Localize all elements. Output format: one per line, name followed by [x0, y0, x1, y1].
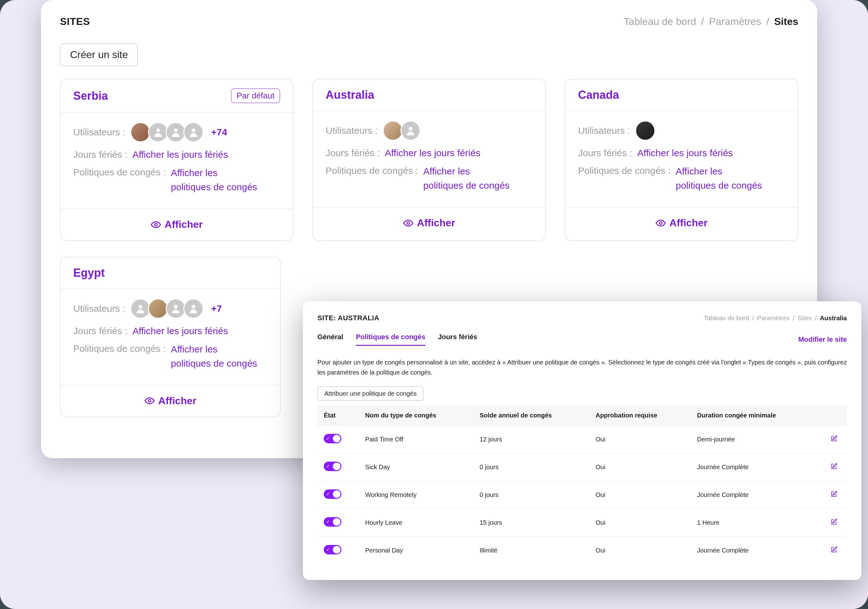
show-policies-link[interactable]: Afficher les politiques de congés: [423, 164, 512, 192]
site-name[interactable]: Serbia: [73, 89, 108, 102]
edit-icon[interactable]: [831, 463, 837, 470]
site-card-canada: Canada Utilisateurs : Jours fériés : Aff…: [565, 79, 798, 241]
assign-policy-button[interactable]: Attribuer une politique de congés: [318, 386, 423, 401]
breadcrumb-sep: /: [701, 16, 704, 28]
edit-icon[interactable]: [831, 491, 837, 497]
holidays-row: Jours fériés : Afficher les jours fériés: [73, 325, 268, 336]
col-nom: Nom du type de congés: [359, 406, 473, 426]
detail-breadcrumb: Tableau de bord / Paramètres / Sites / A…: [704, 315, 847, 322]
table-row: ✓Hourly Leave15 joursOui1 Heure: [318, 509, 847, 537]
breadcrumb-sep: /: [793, 315, 795, 322]
avatar-placeholder-icon[interactable]: [183, 122, 203, 142]
show-holidays-link[interactable]: Afficher les jours fériés: [133, 325, 228, 336]
site-card-header: Serbia Par défaut: [60, 79, 293, 113]
avatar-placeholder-icon[interactable]: [130, 299, 150, 319]
show-policies-link[interactable]: Afficher les politiques de congés: [676, 164, 764, 192]
cell-balance: 0 jours: [473, 481, 589, 509]
show-policies-link[interactable]: Afficher les politiques de congés: [171, 166, 259, 194]
users-label: Utilisateurs :: [578, 125, 630, 136]
modify-site-link[interactable]: Modifier le site: [798, 335, 847, 344]
avatar-placeholder-icon[interactable]: [166, 122, 186, 142]
svg-point-8: [174, 305, 178, 308]
site-card-header: Egypt: [60, 257, 280, 289]
detail-title: SITE: AUSTRALIA: [318, 314, 379, 322]
site-card-header: Canada: [566, 79, 798, 111]
site-name[interactable]: Egypt: [73, 266, 105, 280]
tab-politiques-de-conges[interactable]: Politiques de congés: [356, 333, 425, 346]
create-site-button[interactable]: Créer un site: [60, 43, 138, 66]
site-name[interactable]: Australia: [326, 88, 374, 102]
check-icon: ✓: [326, 547, 330, 552]
holidays-label: Jours fériés :: [73, 149, 127, 160]
avatar-placeholder-icon[interactable]: [183, 299, 203, 319]
svg-point-6: [659, 222, 662, 224]
show-holidays-link[interactable]: Afficher les jours fériés: [385, 148, 480, 158]
state-toggle[interactable]: ✓: [324, 545, 341, 555]
view-site-link[interactable]: Afficher: [656, 217, 708, 229]
avatar-photo[interactable]: [130, 122, 150, 142]
avatar-list: [130, 299, 203, 319]
check-icon: ✓: [326, 463, 330, 469]
table-row: ✓Personal DayIllimitéOuiJournée Complète: [318, 537, 847, 564]
site-card-footer: Afficher: [60, 385, 280, 417]
show-policies-link[interactable]: Afficher les politiques de congés: [171, 342, 259, 370]
cell-name: Sick Day: [359, 453, 473, 481]
breadcrumb-item[interactable]: Paramètres: [709, 16, 761, 28]
site-name[interactable]: Canada: [578, 88, 619, 102]
avatar-placeholder-icon[interactable]: [148, 122, 168, 142]
avatar-photo[interactable]: [383, 121, 403, 141]
view-site-link[interactable]: Afficher: [144, 395, 197, 407]
breadcrumb-item[interactable]: Paramètres: [757, 315, 789, 322]
show-holidays-link[interactable]: Afficher les jours fériés: [133, 149, 228, 160]
breadcrumb-item[interactable]: Tableau de bord: [624, 16, 696, 28]
toggle-knob: [333, 463, 341, 470]
holidays-row: Jours fériés : Afficher les jours fériés: [73, 149, 280, 160]
cell-min-duration: Journée Complète: [691, 537, 815, 564]
avatar-photo[interactable]: [148, 299, 168, 319]
col-etat: État: [318, 406, 359, 426]
cell-approval: Oui: [589, 481, 691, 509]
users-label: Utilisateurs :: [326, 125, 378, 136]
holidays-label: Jours fériés :: [578, 148, 632, 158]
state-toggle[interactable]: ✓: [324, 462, 341, 471]
breadcrumb-item[interactable]: Tableau de bord: [704, 315, 749, 322]
avatar-placeholder-icon[interactable]: [400, 121, 421, 141]
policies-label: Politiques de congés :: [578, 165, 671, 176]
view-site-link[interactable]: Afficher: [151, 218, 203, 230]
state-toggle[interactable]: ✓: [324, 434, 341, 443]
policies-label: Politiques de congés :: [326, 165, 418, 176]
users-label: Utilisateurs :: [73, 127, 125, 138]
avatar-placeholder-icon[interactable]: [166, 299, 186, 319]
breadcrumb-sep: /: [766, 16, 769, 28]
table-row: ✓Working Remotely0 joursOuiJournée Compl…: [318, 481, 847, 509]
help-text: Pour ajouter un type de congés personnal…: [318, 357, 847, 377]
breadcrumb-item[interactable]: Sites: [798, 315, 812, 322]
edit-icon[interactable]: [831, 435, 837, 442]
eye-icon: [144, 396, 155, 406]
edit-icon[interactable]: [831, 546, 837, 553]
site-card-footer: Afficher: [566, 207, 798, 239]
users-label: Utilisateurs :: [73, 303, 125, 314]
state-toggle[interactable]: ✓: [324, 517, 341, 527]
site-card-australia: Australia Utilisateurs : Jours fériés : …: [312, 79, 546, 241]
tab-jours-feries[interactable]: Jours fériés: [438, 333, 477, 346]
cell-balance: 0 jours: [473, 453, 589, 481]
state-toggle[interactable]: ✓: [324, 490, 341, 499]
site-card-footer: Afficher: [60, 209, 293, 240]
users-overflow[interactable]: +7: [211, 303, 222, 314]
site-cards-row-1: Serbia Par défaut Utilisateurs : +74 Jou…: [60, 79, 798, 241]
edit-icon[interactable]: [831, 518, 837, 525]
show-holidays-link[interactable]: Afficher les jours fériés: [637, 148, 733, 158]
view-site-link[interactable]: Afficher: [403, 217, 455, 229]
users-overflow[interactable]: +74: [211, 127, 227, 138]
policies-label: Politiques de congés :: [73, 167, 166, 178]
site-card-egypt: Egypt Utilisateurs : +7 Jours fériés : A…: [60, 257, 281, 417]
breadcrumb-sep: /: [815, 315, 817, 322]
avatar-photo[interactable]: [635, 121, 655, 141]
col-approbation: Approbation requise: [589, 406, 691, 426]
users-row: Utilisateurs : +74: [73, 122, 280, 142]
tab-general[interactable]: Général: [318, 333, 343, 346]
view-label: Afficher: [417, 217, 455, 229]
site-card-body: Utilisateurs : Jours fériés : Afficher l…: [313, 111, 545, 207]
toggle-knob: [333, 490, 341, 498]
